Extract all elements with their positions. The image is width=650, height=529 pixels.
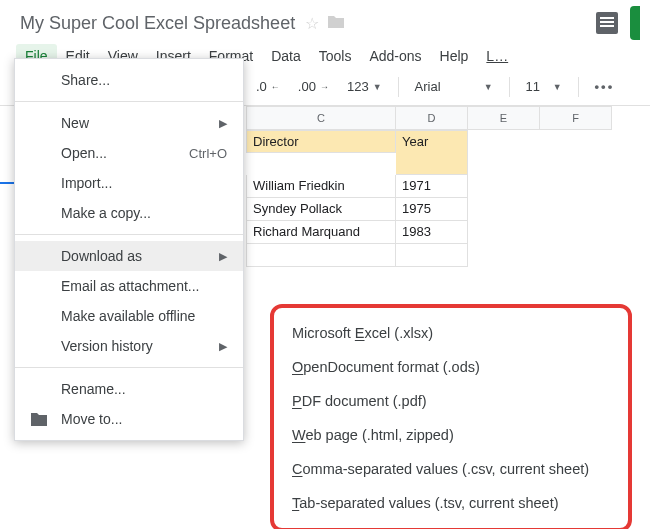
shortcut-label: Ctrl+O (189, 146, 227, 161)
menu-item-move-to[interactable]: Move to... (15, 404, 243, 434)
doc-title[interactable]: My Super Cool Excel Spreadsheet (20, 13, 295, 34)
share-button[interactable] (630, 6, 640, 40)
col-header-c[interactable]: C (246, 106, 396, 130)
menu-item-share[interactable]: Share... (15, 65, 243, 95)
cell[interactable] (396, 244, 468, 267)
folder-icon (29, 413, 49, 426)
font-size[interactable]: 11▼ (520, 76, 568, 97)
download-ods[interactable]: OpenDocument format (.ods) (284, 350, 618, 384)
menu-item-new[interactable]: New▶ (15, 108, 243, 138)
cell[interactable] (246, 244, 396, 267)
download-tsv[interactable]: Tab-separated values (.tsv, current shee… (284, 486, 618, 520)
menu-item-make-copy[interactable]: Make a copy... (15, 198, 243, 228)
col-header-f[interactable]: F (540, 106, 612, 130)
cell[interactable]: 1971 (396, 175, 468, 198)
cell[interactable]: 1983 (396, 221, 468, 244)
chevron-right-icon: ▶ (219, 340, 227, 353)
download-pdf[interactable]: PDF document (.pdf) (284, 384, 618, 418)
header-cell[interactable]: Director (246, 130, 396, 153)
cell[interactable]: 1975 (396, 198, 468, 221)
download-xlsx[interactable]: Microsoft Excel (.xlsx) (284, 316, 618, 350)
menu-item-offline[interactable]: Make available offline (15, 301, 243, 331)
download-web[interactable]: Web page (.html, zipped) (284, 418, 618, 452)
col-header-e[interactable]: E (468, 106, 540, 130)
increase-decimals[interactable]: .00→ (292, 76, 335, 97)
menu-last-edit[interactable]: L… (477, 44, 517, 68)
menu-addons[interactable]: Add-ons (360, 44, 430, 68)
menu-tools[interactable]: Tools (310, 44, 361, 68)
chevron-right-icon: ▶ (219, 250, 227, 263)
download-as-submenu: Microsoft Excel (.xlsx) OpenDocument for… (270, 304, 632, 529)
menu-item-import[interactable]: Import... (15, 168, 243, 198)
folder-icon[interactable] (327, 13, 345, 34)
row-selection-indicator (0, 182, 14, 184)
cell[interactable]: Syndey Pollack (246, 198, 396, 221)
cell[interactable]: Richard Marquand (246, 221, 396, 244)
menu-item-email-attachment[interactable]: Email as attachment... (15, 271, 243, 301)
col-header-d[interactable]: D (396, 106, 468, 130)
download-csv[interactable]: Comma-separated values (.csv, current sh… (284, 452, 618, 486)
chevron-right-icon: ▶ (219, 117, 227, 130)
menu-data[interactable]: Data (262, 44, 310, 68)
spreadsheet-grid[interactable]: C D E F Director Year William Friedkin 1… (246, 106, 650, 267)
menu-item-rename[interactable]: Rename... (15, 374, 243, 404)
decrease-decimals[interactable]: .0← (250, 76, 286, 97)
font-select[interactable]: Arial▼ (409, 76, 499, 97)
comments-icon[interactable] (596, 12, 618, 34)
menu-item-download-as[interactable]: Download as▶ (15, 241, 243, 271)
cell[interactable]: William Friedkin (246, 175, 396, 198)
star-icon[interactable]: ☆ (305, 14, 319, 33)
menu-item-version-history[interactable]: Version history▶ (15, 331, 243, 361)
number-format[interactable]: 123▼ (341, 76, 388, 97)
menu-item-open[interactable]: Open...Ctrl+O (15, 138, 243, 168)
menu-help[interactable]: Help (431, 44, 478, 68)
header-cell[interactable]: Year (396, 130, 468, 175)
toolbar-overflow[interactable]: ••• (589, 76, 621, 97)
file-menu-dropdown: Share... New▶ Open...Ctrl+O Import... Ma… (14, 58, 244, 441)
